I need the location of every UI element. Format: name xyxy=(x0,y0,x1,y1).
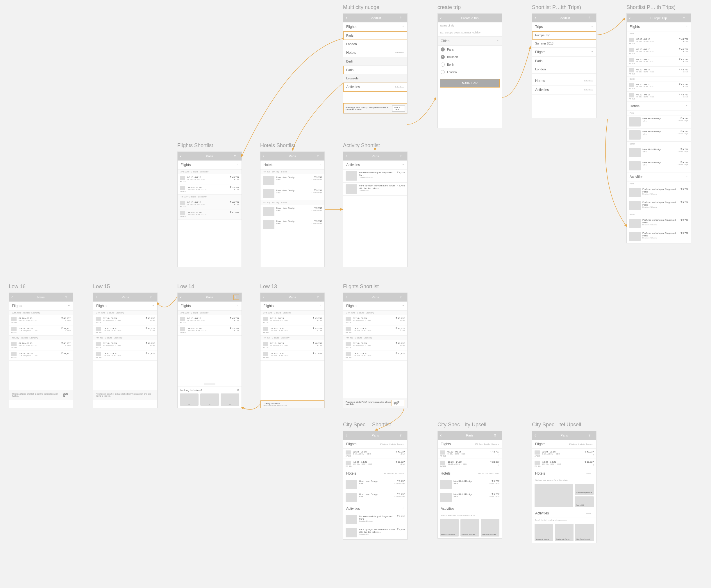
activity-card[interactable]: Gardens & Parks xyxy=(555,524,574,541)
flight-row[interactable]: 9W 83119.25 - 14.2023h 25m | BOM → CDG₹ … xyxy=(178,209,241,219)
name-input[interactable]: Eg. Europe 2018, Summer Holiday xyxy=(438,29,502,37)
hotel-card[interactable]: ••• xyxy=(221,394,239,406)
share-icon[interactable] xyxy=(683,16,688,20)
hotel-card[interactable] xyxy=(535,484,573,507)
flights-head[interactable]: Flights xyxy=(343,301,407,311)
activity-row[interactable]: Perfume workshop at Fragonard ParisDurat… xyxy=(343,513,407,526)
flight-row[interactable]: 9W 83119.25 - 14.2023h 25m | BOM → CDG₹ … xyxy=(178,326,241,336)
share-icon[interactable] xyxy=(399,295,405,299)
flight-row[interactable]: AF 21802.10 - 08.159h 20m | BOM → CDG₹ 4… xyxy=(9,340,73,351)
city-paris[interactable]: Paris xyxy=(343,31,407,40)
flights-head[interactable]: Flights27th June · 2 adults · Economy xyxy=(438,440,502,449)
activities-head[interactable]: Activities xyxy=(343,161,407,170)
flight-row[interactable]: AF 21802.10 - 08.159h 20m | BOM → CDG₹ 4… xyxy=(532,449,596,459)
back-icon[interactable] xyxy=(440,433,446,438)
trip-summer[interactable]: Summer 2018 xyxy=(532,40,596,48)
share-icon[interactable] xyxy=(494,433,499,437)
activity-card[interactable]: See Paris from air xyxy=(575,524,594,541)
flights-head[interactable]: Flights xyxy=(93,301,157,311)
city-berlin[interactable]: Berlin xyxy=(343,57,407,66)
back-icon[interactable] xyxy=(11,295,17,300)
city-brussels[interactable]: Brussels xyxy=(343,74,407,83)
hotel-row[interactable]: Ideal Hotel Design★★★₹ 9,7371 room / nig… xyxy=(438,491,502,504)
share-icon[interactable] xyxy=(233,154,239,158)
make-trip-button[interactable]: MAKE TRIP xyxy=(440,79,499,87)
back-icon[interactable] xyxy=(440,16,446,21)
flight-row[interactable]: AF 21802.10 - 08.159h 20m | BOM → CDG₹ 4… xyxy=(178,199,241,209)
back-icon[interactable] xyxy=(535,433,540,438)
activity-row[interactable]: Paris by night tour with Eiffel Tower sk… xyxy=(343,526,407,540)
flight-row[interactable]: AF 21802.10 - 08.159h 20m | BOM → CDG₹ 4… xyxy=(343,340,407,351)
flight-row[interactable]: AF 21802.10 - 08.159h 20m | BOM → CDG₹ 4… xyxy=(343,449,407,459)
activity-card[interactable]: Gardens & Parks xyxy=(460,519,479,537)
share-icon[interactable] xyxy=(588,16,594,20)
city-check-brussels[interactable]: Brussels xyxy=(438,53,502,61)
back-icon[interactable] xyxy=(629,16,635,21)
share-icon[interactable] xyxy=(316,295,322,299)
hotel-row[interactable]: Ideal Hotel Design★★★₹ 9,7371 room / nig… xyxy=(627,128,691,142)
hotel-row[interactable]: Ideal Hotel Design★★★₹ 9,7371 room / nig… xyxy=(438,478,502,491)
flights-head[interactable]: Flights xyxy=(532,48,596,57)
share-icon[interactable] xyxy=(399,154,405,158)
share-icon[interactable] xyxy=(233,295,239,300)
flight-row[interactable]: 9W 83119.25 - 14.2023h 25m | BOM → CDG₹ … xyxy=(93,351,157,361)
city-check-berlin[interactable]: Berlin xyxy=(438,61,502,68)
flight-row[interactable]: AF 21802.10 - 08.159h 20m | BOM → CDG₹ 4… xyxy=(627,36,691,46)
activity-row[interactable]: Perfume workshop at Fragonard ParisDurat… xyxy=(343,170,407,183)
flight-row[interactable]: 9W 83119.25 - 14.2023h 25m | BOM → CDG₹ … xyxy=(260,326,324,336)
back-icon[interactable] xyxy=(95,295,102,300)
flight-row[interactable]: 9W 83119.25 - 14.2023h 25m | BOM → CDG₹ … xyxy=(438,459,502,469)
flight-row[interactable]: AF 21802.10 - 08.159h 20m | BOM → CDG₹ 4… xyxy=(627,46,691,57)
signin-button[interactable]: SIGN IN xyxy=(63,393,70,397)
activity-row[interactable]: Paris by night tour with Eiffel Tower sk… xyxy=(343,183,407,196)
hotel-row[interactable]: Ideal Hotel Design★★★₹ 9,7371 room / nig… xyxy=(260,218,324,231)
trip-europe[interactable]: Europe Trip xyxy=(532,31,596,40)
hotels-head[interactable]: Hotels xyxy=(627,102,691,111)
flight-row[interactable]: 9W 83119.25 - 14.2023h 25m | BOM → CDG₹ … xyxy=(9,351,73,361)
hotel-row[interactable]: Ideal Hotel Design★★★₹ 9,7371 room / nig… xyxy=(627,159,691,172)
flight-row[interactable]: AF 21802.10 - 08.159h 20m | BOM → CDG₹ 4… xyxy=(627,91,691,102)
activity-card[interactable]: Musee du Louvre xyxy=(535,524,553,541)
activities-head[interactable]: Activities xyxy=(343,504,407,513)
back-icon[interactable] xyxy=(263,295,268,300)
activities-head[interactable]: Activities+ more ⌄ xyxy=(532,509,596,518)
activity-row[interactable]: Perfume workshop at Fragonard ParisDurat… xyxy=(627,230,691,243)
flight-row[interactable]: 9W 83119.25 - 14.2023h 25m | BOM → CDG₹ … xyxy=(93,326,157,336)
hotel-card[interactable]: Room C33 xyxy=(575,497,594,507)
flight-row[interactable]: AF 21802.10 - 08.159h 20m | BOM → CDG₹ 4… xyxy=(438,449,502,459)
hotel-card[interactable]: ••• xyxy=(180,394,198,406)
activity-card[interactable]: Musee du Louvre xyxy=(440,519,459,537)
flight-row[interactable]: AF 21802.10 - 08.159h 20m | BOM → CDG₹ 4… xyxy=(627,57,691,67)
flights-head[interactable]: Flights xyxy=(343,22,407,31)
flights-head[interactable]: Flights27th June · 2 adults · Economy xyxy=(343,440,407,449)
hotel-card[interactable]: ••• xyxy=(200,394,219,406)
close-icon[interactable] xyxy=(237,389,239,392)
flights-head[interactable]: Flights xyxy=(178,301,241,311)
hotels-head[interactable]: Hotels+ more ⌄ xyxy=(532,469,596,478)
share-icon[interactable] xyxy=(316,154,322,158)
flight-row[interactable]: 9W 83119.25 - 14.2023h 25m | BOM → CDG₹ … xyxy=(9,326,73,336)
flight-row[interactable]: AF 21802.10 - 08.159h 20m | BOM → CDG₹ 4… xyxy=(627,67,691,77)
flight-row[interactable]: AF 21802.10 - 08.159h 20m | BOM → CDG₹ 4… xyxy=(93,315,157,326)
trips-head[interactable]: Trips xyxy=(532,22,596,31)
share-icon[interactable] xyxy=(588,433,594,437)
activities-head[interactable]: Activities xyxy=(438,504,502,513)
flights-head[interactable]: Flights xyxy=(178,161,241,170)
share-icon[interactable] xyxy=(149,295,155,299)
flight-row[interactable]: AF 21802.10 - 08.159h 20m | BOM → CDG₹ 4… xyxy=(343,315,407,326)
back-icon[interactable] xyxy=(346,16,351,21)
city-paris[interactable]: Paris xyxy=(532,57,596,65)
activities-head[interactable]: Activities xyxy=(627,172,691,182)
city-check-london[interactable]: London xyxy=(438,68,502,76)
city-london[interactable]: London xyxy=(343,40,407,48)
make-trip-btn[interactable]: MAKE TRIP xyxy=(392,105,405,112)
flights-head[interactable]: Flights xyxy=(9,301,73,311)
hotel-row[interactable]: Ideal Hotel Design★★★₹ 9,7371 room / nig… xyxy=(627,115,691,128)
flight-row[interactable]: 9W 83119.25 - 14.2023h 25m | BOM → CDG₹ … xyxy=(343,351,407,361)
flight-row[interactable]: AF 21802.10 - 08.159h 20m | BOM → CDG₹ 4… xyxy=(260,315,324,326)
share-icon[interactable] xyxy=(399,16,405,20)
hotel-row[interactable]: Ideal Hotel Design★★★₹ 9,7371 room / nig… xyxy=(260,174,324,187)
flight-row[interactable]: AF 21802.10 - 08.159h 20m | BOM → CDG₹ 4… xyxy=(627,81,691,91)
flight-row[interactable]: AF 21802.10 - 08.159h 20m | BOM → CDG₹ 4… xyxy=(9,315,73,326)
hotels-head[interactable]: Hotels4th July - 8th July · 1 room xyxy=(438,469,502,478)
